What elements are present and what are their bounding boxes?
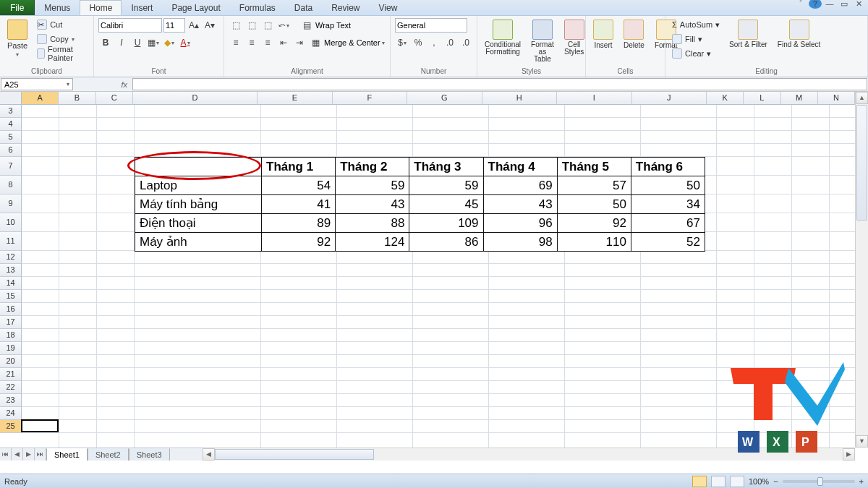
row-header-25[interactable]: 25: [0, 420, 22, 433]
cut-button[interactable]: ✂Cut: [35, 18, 89, 31]
autosum-button[interactable]: Σ AutoSum ▾: [670, 18, 722, 31]
number-format-select[interactable]: [395, 18, 467, 33]
delete-cells-button[interactable]: Delete: [621, 18, 647, 51]
zoom-label[interactable]: 100%: [749, 477, 769, 486]
table-cell[interactable]: 45: [409, 195, 483, 214]
align-middle-icon[interactable]: ⬚: [244, 18, 259, 33]
format-as-table-button[interactable]: Format as Table: [528, 18, 557, 64]
table-header[interactable]: Tháng 5: [557, 158, 631, 176]
italic-button[interactable]: I: [114, 35, 129, 50]
row-header-3[interactable]: 3: [0, 105, 22, 118]
scroll-down-icon[interactable]: ▼: [856, 435, 868, 448]
row-header-22[interactable]: 22: [0, 381, 22, 394]
tab-insert[interactable]: Insert: [122, 0, 162, 15]
page-break-view-icon[interactable]: [730, 476, 744, 487]
normal-view-icon[interactable]: [692, 476, 707, 487]
table-row-label[interactable]: Máy ảnh: [135, 233, 262, 252]
tab-review[interactable]: Review: [322, 0, 369, 15]
window-restore-icon[interactable]: ▭: [838, 0, 851, 9]
select-all-corner[interactable]: [0, 92, 22, 105]
shrink-font-icon[interactable]: A▾: [203, 18, 217, 33]
fill-color-button[interactable]: ◆: [162, 35, 176, 50]
table-cell[interactable]: 69: [483, 176, 557, 195]
row-header-15[interactable]: 15: [0, 290, 22, 303]
row-header-16[interactable]: 16: [0, 303, 22, 316]
align-top-icon[interactable]: ⬚: [229, 18, 243, 33]
find-select-button[interactable]: Find & Select: [775, 18, 823, 50]
ribbon-minimize-icon[interactable]: ˆ: [794, 0, 807, 9]
inc-decimal-icon[interactable]: .0: [443, 35, 457, 50]
col-header-D[interactable]: D: [133, 92, 258, 105]
col-header-N[interactable]: N: [818, 92, 855, 105]
align-left-icon[interactable]: ≡: [229, 35, 243, 50]
sheet-tab-sheet2[interactable]: Sheet2: [88, 448, 129, 461]
table-cell[interactable]: 92: [262, 233, 336, 252]
table-cell[interactable]: 52: [631, 233, 705, 252]
table-header[interactable]: Tháng 4: [483, 158, 557, 176]
align-bottom-icon[interactable]: ⬚: [260, 18, 275, 33]
align-right-icon[interactable]: ≡: [260, 35, 275, 50]
underline-button[interactable]: U: [130, 35, 145, 50]
insert-cells-button[interactable]: Insert: [590, 18, 616, 51]
table-row-label[interactable]: Máy tính bảng: [135, 195, 262, 214]
tab-menus[interactable]: Menus: [35, 0, 80, 15]
bold-button[interactable]: B: [98, 35, 113, 50]
col-header-I[interactable]: I: [557, 92, 631, 105]
zoom-out-icon[interactable]: −: [773, 477, 778, 486]
indent-dec-icon[interactable]: ⇤: [276, 35, 291, 50]
merge-button[interactable]: Merge & Center: [324, 38, 380, 47]
table-cell[interactable]: 43: [336, 195, 409, 214]
col-header-F[interactable]: F: [333, 92, 407, 105]
row-header-14[interactable]: 14: [0, 277, 22, 290]
grow-font-icon[interactable]: A▴: [187, 18, 201, 33]
col-header-M[interactable]: M: [781, 92, 818, 105]
conditional-formatting-button[interactable]: Conditional Formatting: [482, 18, 524, 57]
col-header-A[interactable]: A: [22, 92, 59, 105]
table-header[interactable]: Tháng 1: [262, 158, 336, 176]
table-cell[interactable]: 96: [483, 214, 557, 233]
table-row-label[interactable]: Điện thoại: [135, 214, 262, 233]
row-header-12[interactable]: 12: [0, 251, 22, 264]
dec-decimal-icon[interactable]: .0: [459, 35, 473, 50]
table-header[interactable]: Tháng 3: [409, 158, 483, 176]
row-header-23[interactable]: 23: [0, 394, 22, 407]
percent-icon[interactable]: %: [411, 35, 425, 50]
font-name-input[interactable]: [98, 18, 162, 33]
row-header-18[interactable]: 18: [0, 329, 22, 342]
orientation-icon[interactable]: ⤺: [276, 18, 291, 33]
align-center-icon[interactable]: ≡: [244, 35, 259, 50]
table-cell[interactable]: 86: [409, 233, 483, 252]
table-cell[interactable]: 88: [336, 214, 409, 233]
table-cell[interactable]: 50: [557, 195, 631, 214]
name-box[interactable]: A25▾: [1, 78, 73, 90]
table-cell[interactable]: 110: [557, 233, 631, 252]
fill-button[interactable]: Fill ▾: [670, 33, 722, 46]
table-cell[interactable]: 54: [262, 176, 336, 195]
row-header-13[interactable]: 13: [0, 264, 22, 277]
table-cell[interactable]: 59: [409, 176, 483, 195]
table-header[interactable]: Tháng 6: [631, 158, 705, 176]
table-header[interactable]: Tháng 2: [336, 158, 409, 176]
sheet-prev-icon[interactable]: ◀: [12, 448, 23, 461]
active-cell[interactable]: [21, 419, 59, 432]
tab-formulas[interactable]: Formulas: [230, 0, 285, 15]
sheet-tab-sheet3[interactable]: Sheet3: [129, 448, 170, 461]
clear-button[interactable]: Clear ▾: [670, 47, 722, 60]
row-header-7[interactable]: 7: [0, 157, 22, 176]
row-headers[interactable]: 345678910111213141516171819202122232425: [0, 105, 22, 448]
row-header-20[interactable]: 20: [0, 355, 22, 368]
border-button[interactable]: ▦: [146, 35, 161, 50]
sheet-first-icon[interactable]: ⏮: [0, 448, 12, 461]
sheet-last-icon[interactable]: ⏭: [35, 448, 46, 461]
table-cell[interactable]: 41: [262, 195, 336, 214]
row-header-17[interactable]: 17: [0, 316, 22, 329]
paste-button[interactable]: Paste ▾: [4, 18, 30, 59]
col-header-L[interactable]: L: [744, 92, 780, 105]
row-header-5[interactable]: 5: [0, 131, 22, 144]
col-header-J[interactable]: J: [632, 92, 707, 105]
table-cell[interactable]: 124: [336, 233, 409, 252]
scroll-up-icon[interactable]: ▲: [856, 92, 868, 104]
col-header-C[interactable]: C: [96, 92, 133, 105]
col-header-K[interactable]: K: [707, 92, 744, 105]
scroll-thumb-horizontal[interactable]: [215, 449, 374, 460]
